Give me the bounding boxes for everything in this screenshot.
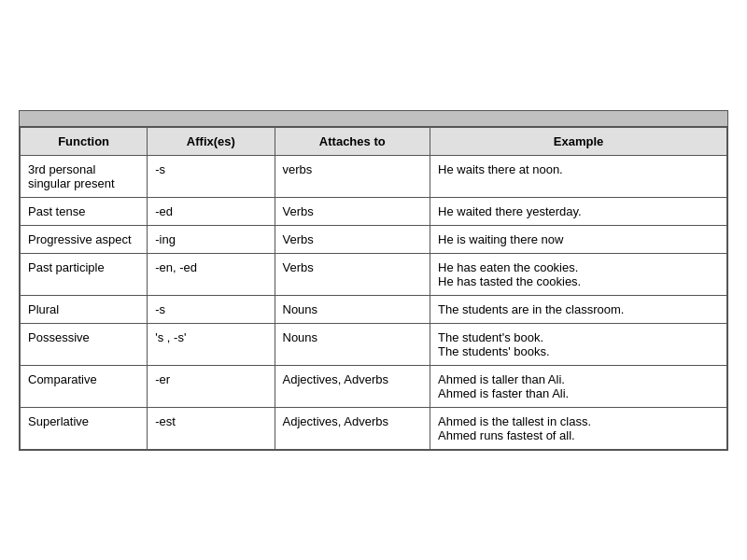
table-row: Superlative-estAdjectives, AdverbsAhmed … [21,407,727,449]
table-row: Plural-sNounsThe students are in the cla… [21,295,727,323]
cell-example: He waits there at noon. [430,155,727,197]
cell-attaches: Verbs [275,197,430,225]
table-row: Past tense-edVerbsHe waited there yester… [21,197,727,225]
cell-function: Past tense [21,197,148,225]
cell-function: Plural [21,295,148,323]
cell-function: 3rd personal singular present [21,155,148,197]
cell-function: Superlative [21,407,148,449]
table-header-row: Function Affix(es) Attaches to Example [21,127,727,155]
cell-affix: -s [148,295,275,323]
table-title [20,111,727,127]
cell-example: The students are in the classroom. [430,295,727,323]
col-header-attaches: Attaches to [275,127,430,155]
affixes-table: Function Affix(es) Attaches to Example 3… [20,127,727,450]
cell-attaches: Adjectives, Adverbs [275,365,430,407]
table-row: Possessive's , -s'NounsThe student's boo… [21,323,727,365]
col-header-function: Function [21,127,148,155]
cell-example: He waited there yesterday. [430,197,727,225]
cell-example: Ahmed is the tallest in class.Ahmed runs… [430,407,727,449]
cell-function: Possessive [21,323,148,365]
cell-affix: 's , -s' [148,323,275,365]
cell-attaches: Nouns [275,323,430,365]
cell-example: He has eaten the cookies.He has tasted t… [430,253,727,295]
table-row: Comparative-erAdjectives, AdverbsAhmed i… [21,365,727,407]
table-row: 3rd personal singular present-sverbsHe w… [21,155,727,197]
cell-example: The student's book.The students' books. [430,323,727,365]
cell-attaches: verbs [275,155,430,197]
cell-affix: -est [148,407,275,449]
col-header-affix: Affix(es) [148,127,275,155]
main-table-wrapper: Function Affix(es) Attaches to Example 3… [19,110,728,451]
cell-affix: -s [148,155,275,197]
cell-attaches: Adjectives, Adverbs [275,407,430,449]
table-row: Progressive aspect-ingVerbsHe is waiting… [21,225,727,253]
cell-affix: -er [148,365,275,407]
cell-function: Past participle [21,253,148,295]
cell-function: Comparative [21,365,148,407]
cell-attaches: Verbs [275,253,430,295]
cell-example: Ahmed is taller than Ali.Ahmed is faster… [430,365,727,407]
cell-example: He is waiting there now [430,225,727,253]
cell-affix: -en, -ed [148,253,275,295]
cell-attaches: Verbs [275,225,430,253]
cell-function: Progressive aspect [21,225,148,253]
cell-affix: -ed [148,197,275,225]
table-row: Past participle-en, -edVerbsHe has eaten… [21,253,727,295]
cell-attaches: Nouns [275,295,430,323]
cell-affix: -ing [148,225,275,253]
col-header-example: Example [430,127,727,155]
